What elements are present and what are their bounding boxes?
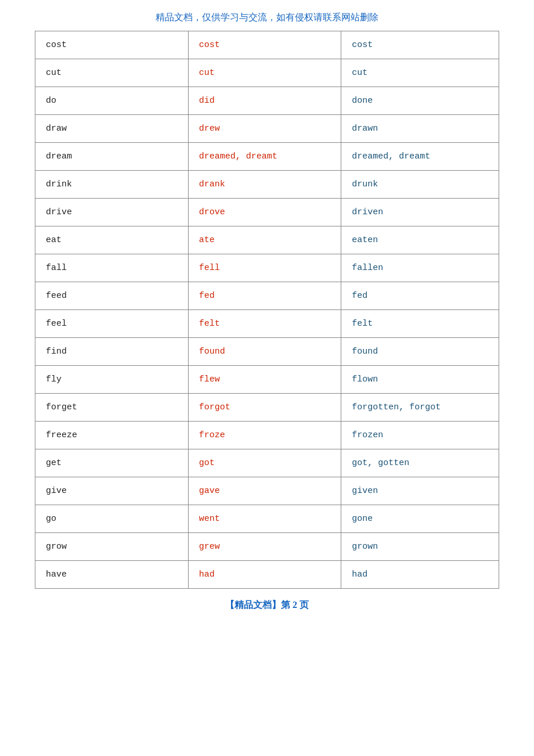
verb-base: fall — [35, 254, 189, 282]
verb-base: draw — [35, 115, 189, 143]
verb-base: drink — [35, 171, 189, 199]
verb-base: get — [35, 449, 189, 477]
table-row: drinkdrankdrunk — [35, 171, 499, 199]
verb-base: give — [35, 477, 189, 505]
verb-past: did — [188, 87, 341, 115]
verb-past-participle: fallen — [341, 254, 499, 282]
table-row: forgetforgotforgotten, forgot — [35, 394, 499, 422]
verb-base: drive — [35, 199, 189, 226]
verb-past-participle: gone — [341, 505, 499, 533]
verb-past-participle: fed — [341, 282, 499, 310]
verb-past: flew — [188, 366, 341, 394]
verb-past: froze — [188, 422, 341, 449]
table-row: freezefrozefrozen — [35, 422, 499, 449]
table-row: fallfellfallen — [35, 254, 499, 282]
verb-past-participle: cut — [341, 59, 499, 87]
verb-base: freeze — [35, 422, 189, 449]
table-row: flyflewflown — [35, 366, 499, 394]
verb-past-participle: grown — [341, 533, 499, 561]
verb-past: drove — [188, 199, 341, 226]
verb-past: cut — [188, 59, 341, 87]
verb-table: costcostcostcutcutcutdodiddonedrawdrewdr… — [35, 31, 499, 589]
verb-past: forgot — [188, 394, 341, 422]
page-header: 精品文档，仅供学习与交流，如有侵权请联系网站删除 — [35, 12, 499, 24]
verb-past-participle: forgotten, forgot — [341, 394, 499, 422]
verb-past: fed — [188, 282, 341, 310]
verb-past: gave — [188, 477, 341, 505]
verb-base: dream — [35, 143, 189, 171]
verb-past: felt — [188, 310, 341, 338]
verb-past: went — [188, 505, 341, 533]
verb-past: dreamed, dreamt — [188, 143, 341, 171]
verb-base: grow — [35, 533, 189, 561]
verb-past: grew — [188, 533, 341, 561]
verb-past-participle: got, gotten — [341, 449, 499, 477]
verb-past: got — [188, 449, 341, 477]
verb-base: have — [35, 561, 189, 589]
verb-past: drew — [188, 115, 341, 143]
verb-past-participle: given — [341, 477, 499, 505]
table-row: cutcutcut — [35, 59, 499, 87]
table-row: givegavegiven — [35, 477, 499, 505]
verb-past-participle: flown — [341, 366, 499, 394]
verb-past-participle: driven — [341, 199, 499, 226]
table-row: dreamdreamed, dreamtdreamed, dreamt — [35, 143, 499, 171]
page-footer: 【精品文档】第 2 页 — [35, 599, 499, 611]
verb-base: fly — [35, 366, 189, 394]
verb-past-participle: dreamed, dreamt — [341, 143, 499, 171]
table-row: getgotgot, gotten — [35, 449, 499, 477]
table-row: feedfedfed — [35, 282, 499, 310]
verb-past: fell — [188, 254, 341, 282]
table-row: drivedrovedriven — [35, 199, 499, 226]
verb-past-participle: drawn — [341, 115, 499, 143]
table-row: dodiddone — [35, 87, 499, 115]
verb-past-participle: eaten — [341, 226, 499, 254]
table-row: growgrewgrown — [35, 533, 499, 561]
verb-past-participle: drunk — [341, 171, 499, 199]
verb-past: found — [188, 338, 341, 366]
verb-past: drank — [188, 171, 341, 199]
table-row: gowentgone — [35, 505, 499, 533]
table-row: findfoundfound — [35, 338, 499, 366]
table-row: feelfeltfelt — [35, 310, 499, 338]
verb-past: ate — [188, 226, 341, 254]
verb-base: find — [35, 338, 189, 366]
table-row: costcostcost — [35, 31, 499, 59]
table-row: drawdrewdrawn — [35, 115, 499, 143]
table-row: havehadhad — [35, 561, 499, 589]
verb-base: cost — [35, 31, 189, 59]
verb-base: go — [35, 505, 189, 533]
verb-base: forget — [35, 394, 189, 422]
verb-past-participle: cost — [341, 31, 499, 59]
verb-base: eat — [35, 226, 189, 254]
verb-past: had — [188, 561, 341, 589]
verb-past-participle: frozen — [341, 422, 499, 449]
table-row: eatateeaten — [35, 226, 499, 254]
verb-base: feel — [35, 310, 189, 338]
verb-base: feed — [35, 282, 189, 310]
verb-past-participle: done — [341, 87, 499, 115]
verb-past-participle: found — [341, 338, 499, 366]
verb-past: cost — [188, 31, 341, 59]
verb-past-participle: felt — [341, 310, 499, 338]
verb-past-participle: had — [341, 561, 499, 589]
verb-base: do — [35, 87, 189, 115]
verb-base: cut — [35, 59, 189, 87]
